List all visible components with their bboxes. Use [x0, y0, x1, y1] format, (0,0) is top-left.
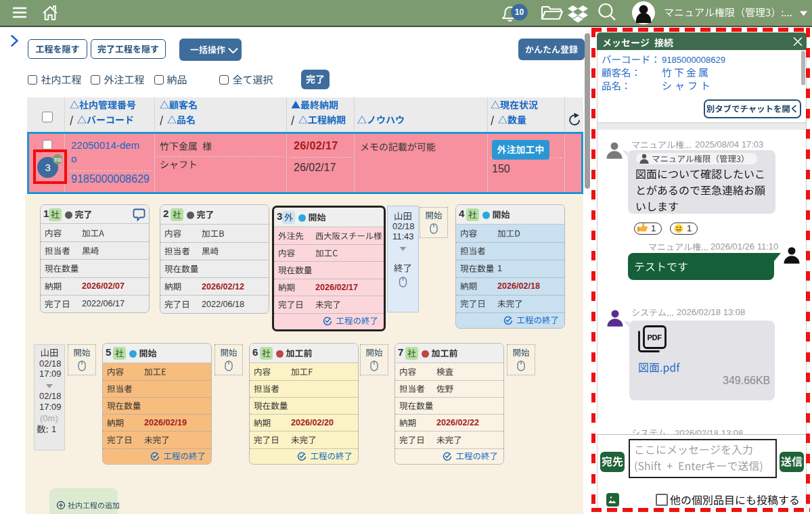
svg-text:2026/02/18 13:08: 2026/02/18 13:08	[675, 428, 743, 434]
